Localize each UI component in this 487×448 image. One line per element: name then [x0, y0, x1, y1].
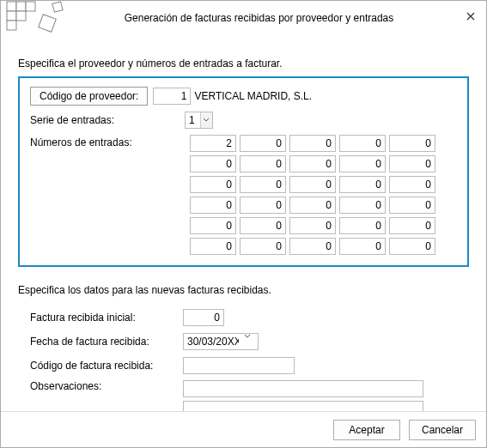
serie-dropdown[interactable]: 1: [185, 112, 213, 129]
svg-rect-2: [26, 2, 35, 11]
chevron-down-icon[interactable]: [200, 112, 212, 128]
ok-button[interactable]: Aceptar: [333, 420, 400, 440]
entry-number-input[interactable]: [240, 217, 286, 234]
svg-rect-7: [52, 2, 63, 12]
entry-number-input[interactable]: [240, 176, 286, 193]
svg-rect-0: [7, 2, 16, 11]
entry-number-input[interactable]: [190, 197, 236, 214]
entry-number-input[interactable]: [389, 238, 435, 255]
entry-number-input[interactable]: [240, 197, 286, 214]
provider-code-button[interactable]: Código de proveedor:: [30, 87, 148, 106]
invoice-instruction: Especifica los datos para las nuevas fac…: [18, 284, 469, 296]
svg-rect-1: [16, 2, 26, 11]
entry-number-input[interactable]: [389, 197, 435, 214]
serie-label: Serie de entradas:: [30, 114, 185, 126]
provider-name: VERTICAL MADRID, S.L.: [191, 90, 312, 102]
svg-rect-3: [7, 11, 16, 21]
cancel-button[interactable]: Cancelar: [409, 420, 476, 440]
entries-label: Números de entradas:: [30, 135, 185, 148]
entry-number-input[interactable]: [190, 238, 236, 255]
initial-invoice-input[interactable]: [183, 309, 224, 326]
invoice-date-field[interactable]: [183, 333, 259, 350]
entry-number-input[interactable]: [389, 135, 435, 152]
entry-number-input[interactable]: [289, 155, 336, 173]
chevron-down-icon[interactable]: [244, 334, 258, 349]
provider-code-input[interactable]: [153, 88, 191, 105]
close-icon: [466, 9, 475, 23]
entry-number-input[interactable]: [240, 135, 286, 152]
invoice-section: Factura recibida inicial: Fecha de factu…: [18, 308, 469, 418]
entry-number-input[interactable]: [240, 238, 286, 255]
observations-label: Observaciones:: [30, 380, 183, 392]
dialog-footer: Aceptar Cancelar: [1, 411, 486, 447]
entry-number-input[interactable]: [339, 176, 386, 193]
svg-rect-5: [7, 21, 16, 30]
entry-number-input[interactable]: [289, 217, 336, 234]
entry-number-input[interactable]: [389, 155, 435, 173]
entry-number-input[interactable]: [190, 217, 236, 234]
entry-number-input[interactable]: [339, 238, 386, 255]
provider-frame: Código de proveedor: VERTICAL MADRID, S.…: [18, 76, 469, 267]
provider-code-button-label: Código de proveedor:: [40, 90, 138, 102]
close-button[interactable]: [460, 6, 481, 27]
provider-instruction: Especifica el proveedor y números de ent…: [18, 58, 469, 70]
invoice-date-input[interactable]: [184, 334, 244, 349]
entry-number-input[interactable]: [339, 197, 386, 214]
entry-number-input[interactable]: [289, 135, 336, 152]
entry-number-input[interactable]: [190, 176, 236, 193]
entry-number-input[interactable]: [339, 155, 386, 173]
entry-number-input[interactable]: [339, 135, 386, 152]
initial-invoice-label: Factura recibida inicial:: [30, 312, 183, 324]
serie-value: 1: [186, 112, 200, 128]
invoice-code-label: Código de factura recibida:: [30, 360, 183, 372]
dialog-title: Generación de facturas recibidas por pro…: [66, 12, 478, 24]
observations-input-1[interactable]: [183, 380, 423, 397]
entry-number-input[interactable]: [190, 135, 236, 152]
entry-number-input[interactable]: [190, 155, 236, 173]
entry-number-input[interactable]: [289, 197, 336, 214]
invoice-date-label: Fecha de factura recibida:: [30, 336, 183, 348]
svg-rect-6: [39, 15, 57, 33]
entry-number-input[interactable]: [289, 238, 336, 255]
entry-number-input[interactable]: [240, 155, 286, 173]
entry-number-input[interactable]: [289, 176, 336, 193]
entry-number-input[interactable]: [339, 217, 386, 234]
entry-number-input[interactable]: [389, 217, 435, 234]
dialog-window: Generación de facturas recibidas por pro…: [0, 0, 487, 448]
app-icon: [6, 1, 66, 35]
invoice-code-input[interactable]: [183, 357, 295, 374]
svg-rect-4: [16, 11, 26, 21]
titlebar: Generación de facturas recibidas por pro…: [1, 1, 486, 35]
content-area: Especifica el proveedor y números de ent…: [1, 35, 486, 432]
entry-number-input[interactable]: [389, 176, 435, 193]
entries-grid: [190, 135, 435, 257]
